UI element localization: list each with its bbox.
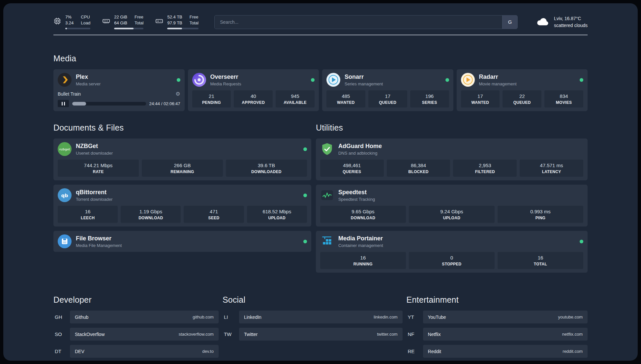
section-documents: Documents & Files nzbget NZBGet Usenet d…	[53, 123, 311, 273]
ram-free: 22 GiB	[114, 15, 127, 19]
stat-running: 16 RUNNING	[320, 252, 406, 269]
ram-icon	[102, 17, 110, 25]
service-name: Speedtest	[338, 189, 375, 196]
card-adguard[interactable]: AdGuard Home DNS and adblocking 498,461 …	[316, 138, 588, 180]
service-name: qBittorrent	[76, 189, 112, 196]
stat-wanted: 17 WANTED	[461, 90, 500, 107]
disk-widget: 52.4 TB Free 97.9 TB Total	[155, 15, 198, 29]
service-name: Media Portainer	[338, 235, 383, 242]
card-radarr[interactable]: Radarr Movie management 17 WANTED 22 QUE…	[457, 69, 588, 111]
bookmark-link-youtube[interactable]: YouTube youtube.com	[423, 311, 588, 323]
status-dot	[303, 147, 307, 151]
cpu-widget: 7% CPU 3.24 Load	[53, 15, 90, 29]
cloud-icon	[536, 16, 549, 28]
stat-remaining: 266 GB REMAINING	[142, 160, 223, 177]
pause-button[interactable]	[58, 100, 69, 107]
bookmark-abbr: TW	[223, 331, 239, 337]
stat-upload: 9.24 Gbps UPLOAD	[409, 206, 495, 223]
stat-download: 1.19 Gbps DOWNLOAD	[121, 206, 181, 223]
filebrowser-icon	[58, 234, 72, 248]
stat-rate: 744.21 Mbps RATE	[58, 160, 139, 177]
service-desc: Usenet downloader	[76, 151, 113, 156]
stat-ping: 0.993 ms PING	[498, 206, 583, 223]
bookmark-link-twitter[interactable]: Twitter twitter.com	[239, 328, 403, 341]
documents-section-title: Documents & Files	[53, 123, 311, 133]
status-dot	[445, 78, 449, 82]
status-dot	[177, 78, 180, 82]
bookmark-abbr: YT	[407, 314, 423, 320]
disk-icon	[155, 17, 163, 25]
service-desc: Media Requests	[210, 81, 241, 86]
stat-total: 16 TOTAL	[498, 252, 583, 269]
playback-progress-bar[interactable]	[72, 102, 146, 106]
service-desc: Torrent downloader	[76, 197, 112, 202]
card-overseerr[interactable]: Overseerr Media Requests 21 PENDING 40 A…	[188, 69, 319, 111]
cpu-load-label: Load	[81, 20, 90, 25]
cpu-progress-bar	[65, 28, 90, 29]
overseerr-icon	[192, 73, 206, 87]
stat-queued: 17 QUEUED	[368, 90, 407, 107]
search-input[interactable]	[215, 15, 502, 29]
ram-free-label: Free	[135, 15, 143, 19]
developer-section-title: Developer	[53, 295, 219, 305]
status-dot	[580, 78, 583, 82]
social-section-title: Social	[223, 295, 403, 305]
playback-time: 24:44 / 02:06:47	[149, 101, 180, 106]
service-name: AdGuard Home	[338, 143, 382, 150]
cpu-label: CPU	[81, 15, 90, 19]
stat-pending: 21 PENDING	[192, 90, 231, 107]
stat-queued: 22 QUEUED	[503, 90, 541, 107]
system-stats: 7% CPU 3.24 Load 22 GiB Free 64 G	[53, 15, 198, 29]
bookmark-link-linkedin[interactable]: LinkedIn linkedin.com	[239, 311, 403, 323]
card-plex[interactable]: Plex Media server Bullet Train ⚙ 24:44 /…	[53, 69, 185, 111]
card-portainer[interactable]: Media Portainer Container management 16 …	[316, 231, 588, 273]
stat-leech: 16 LEECH	[58, 206, 118, 223]
weather-condition: scattered clouds	[554, 22, 588, 29]
nzbget-icon: nzbget	[58, 142, 72, 156]
ram-progress-bar	[114, 28, 143, 29]
pause-icon	[62, 102, 63, 106]
service-name: Overseerr	[210, 74, 241, 80]
bookmark-row: LI LinkedIn linkedin.com	[223, 311, 403, 323]
bookmark-row: RE Reddit reddit.com	[407, 345, 588, 358]
bookmark-row: DT DEV dev.to	[53, 345, 219, 358]
entertainment-section-title: Entertainment	[407, 295, 588, 305]
status-dot	[303, 194, 307, 197]
stat-downloaded: 39.6 TB DOWNLOADED	[226, 160, 307, 177]
pause-icon	[64, 102, 65, 106]
bookmark-link-stackoverflow[interactable]: StackOverflow stackoverflow.com	[70, 328, 219, 341]
qbittorrent-icon: qb	[58, 188, 72, 202]
bookmarks-social: Social LI LinkedIn linkedin.com TW Twitt…	[223, 295, 403, 361]
bookmark-link-github[interactable]: Github github.com	[70, 311, 219, 323]
disk-free-label: Free	[190, 15, 198, 19]
bookmarks-entertainment: Entertainment YT YouTube youtube.com NF …	[407, 295, 588, 361]
ram-total: 64 GiB	[114, 20, 127, 25]
utilities-section-title: Utilities	[316, 123, 588, 133]
stat-seed: 471 SEED	[184, 206, 244, 223]
card-nzbget[interactable]: nzbget NZBGet Usenet downloader 744.21 M…	[53, 138, 311, 180]
search-engine-button[interactable]: G	[502, 15, 517, 29]
stat-wanted: 485 WANTED	[326, 90, 365, 107]
card-sonarr[interactable]: Sonarr Series management 485 WANTED 17 Q…	[322, 69, 453, 111]
service-desc: Media File Management	[76, 243, 122, 248]
card-filebrowser[interactable]: File Browser Media File Management	[53, 231, 311, 252]
card-speedtest[interactable]: Speedtest Speedtest Tracking 9.65 Gbps D…	[316, 185, 588, 227]
service-desc: Speedtest Tracking	[338, 197, 375, 202]
bookmark-link-dev[interactable]: DEV dev.to	[70, 345, 219, 358]
service-name: Sonarr	[345, 74, 383, 80]
cpu-percent: 7%	[65, 15, 74, 19]
stat-latency: 47.571 ms LATENCY	[520, 160, 583, 177]
ram-total-label: Total	[135, 20, 143, 25]
bookmarks-developer: Developer GH Github github.com SO StackO…	[53, 295, 219, 361]
card-qbittorrent[interactable]: qb qBittorrent Torrent downloader 16 LEE…	[53, 185, 311, 227]
now-playing-title: Bullet Train	[58, 91, 81, 97]
cpu-icon	[53, 17, 61, 25]
speedtest-icon	[320, 188, 334, 202]
bookmark-link-reddit[interactable]: Reddit reddit.com	[423, 345, 588, 358]
ram-widget: 22 GiB Free 64 GiB Total	[102, 15, 143, 29]
bookmark-abbr: GH	[53, 314, 70, 320]
stat-series: 196 SERIES	[410, 90, 449, 107]
bookmark-link-netflix[interactable]: Netflix netflix.com	[423, 328, 588, 341]
status-dot	[580, 240, 583, 243]
gear-icon[interactable]: ⚙	[175, 91, 180, 97]
